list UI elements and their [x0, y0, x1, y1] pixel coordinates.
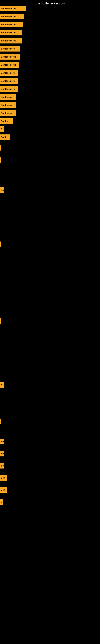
bar-label: Bottleneck re — [1, 48, 15, 50]
bar-item: Bo — [0, 439, 3, 444]
bar-label: Bottleneck res — [1, 64, 16, 66]
bar-label: Bottlen — [1, 120, 8, 122]
bar-item: Bott — [0, 475, 7, 480]
bar-label: Bo — [1, 464, 4, 467]
bar-item: Bottleneck re — [0, 70, 18, 76]
bar-item: Bottleneck re — [0, 86, 18, 92]
bar-item: Bott — [0, 487, 7, 493]
bar-item: Bottleneck res — [0, 62, 19, 68]
bar-label: Bo — [1, 189, 3, 191]
bar-label: Bott — [1, 476, 5, 479]
bar-item — [0, 418, 1, 424]
bar-item: Bottleneck res — [0, 38, 22, 44]
bar-item — [0, 157, 1, 162]
bar-item: Bottleneck res — [0, 22, 23, 27]
bar-item: Bottleneck res — [0, 54, 20, 60]
bar-item — [0, 318, 1, 324]
bar-item: Bottleneck re — [0, 78, 18, 84]
bar-label: Bottleneck r — [1, 104, 14, 106]
bar-item: Bo — [0, 187, 3, 193]
bar-label: Bottleneck re — [1, 72, 15, 74]
bar-item — [0, 242, 1, 247]
bar-label: Bo — [1, 440, 3, 443]
bar-label: Bottleneck res — [1, 23, 16, 26]
bar-label: Bott — [1, 489, 5, 491]
bar-item: Bo — [0, 451, 4, 456]
bar-item: Bottleneck r — [0, 102, 16, 108]
bar-item: Bottleneck re — [0, 46, 20, 52]
bar-label: Bottleneck res — [1, 7, 16, 10]
bar-item: B — [0, 499, 3, 505]
bar-label: Bo — [1, 452, 4, 455]
bar-item: Bottl — [0, 134, 10, 140]
bar-label: B — [1, 501, 2, 503]
bar-label: Bottleneck re — [1, 80, 15, 82]
bar-label: B — [1, 384, 2, 386]
bar-label: Bottleneck — [1, 112, 12, 114]
bar-item: Bottleneck — [0, 110, 16, 116]
bar-label: B — [1, 128, 2, 130]
bar-label: Bottleneck — [1, 96, 12, 98]
bar-item: Bo — [0, 463, 4, 468]
bar-item: Bottleneck res — [0, 6, 26, 11]
bar-item: Bottleneck res — [0, 30, 22, 36]
bar-item — [0, 145, 1, 150]
bar-label: Bottleneck res — [1, 40, 16, 42]
bar-label: Bottleneck re — [1, 88, 15, 90]
bar-item: Bottleneck res — [0, 14, 24, 19]
bar-item: Bottlen — [0, 118, 13, 124]
bar-item: Bottleneck — [0, 94, 16, 100]
bar-label: Bottl — [1, 136, 6, 138]
bar-item: B — [0, 126, 3, 132]
bar-label: Bottleneck res — [1, 56, 16, 58]
bar-label: Bottleneck res — [1, 32, 16, 34]
bar-label: Bottleneck res — [1, 15, 16, 18]
bar-item: B — [0, 382, 3, 388]
